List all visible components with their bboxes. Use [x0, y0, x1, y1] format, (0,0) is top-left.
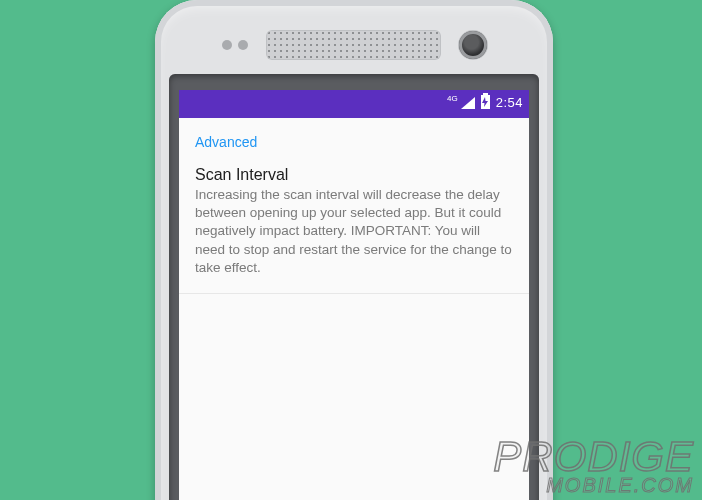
phone-frame: 4G 2:54 Advanced Scan Interval Inc — [155, 0, 553, 500]
pref-title: Scan Interval — [195, 166, 513, 184]
front-camera — [459, 31, 487, 59]
led-dot — [238, 40, 248, 50]
svg-marker-0 — [461, 97, 475, 109]
led-dot — [222, 40, 232, 50]
preference-category-header: Advanced — [179, 118, 529, 158]
phone-top-hardware — [155, 30, 553, 60]
notification-leds — [222, 40, 248, 50]
bolt-icon — [481, 95, 490, 109]
network-type-label: 4G — [447, 95, 458, 103]
cell-signal-indicator: 4G — [447, 95, 475, 109]
settings-content[interactable]: Advanced Scan Interval Increasing the sc… — [179, 118, 529, 500]
status-clock: 2:54 — [496, 95, 523, 110]
screen-bezel: 4G 2:54 Advanced Scan Interval Inc — [169, 74, 539, 500]
earpiece-speaker — [266, 30, 441, 60]
pref-summary: Increasing the scan interval will decrea… — [195, 186, 513, 277]
status-bar: 4G 2:54 — [179, 90, 529, 114]
device-screen: 4G 2:54 Advanced Scan Interval Inc — [179, 90, 529, 500]
svg-marker-1 — [482, 97, 488, 107]
pref-scan-interval[interactable]: Scan Interval Increasing the scan interv… — [179, 158, 529, 294]
battery-charging-icon — [481, 95, 490, 109]
signal-icon — [461, 97, 475, 109]
